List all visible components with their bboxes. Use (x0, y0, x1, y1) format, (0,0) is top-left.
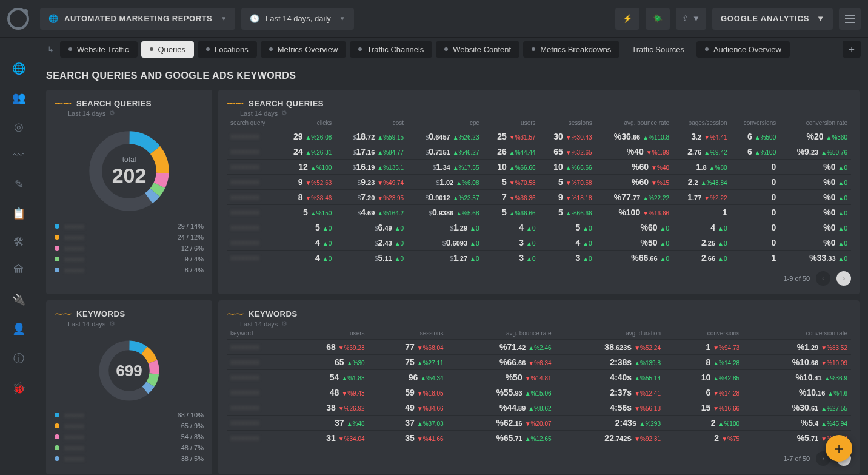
row-label: xxxxxxxx (227, 175, 279, 190)
row-label: xxxxxxxx (227, 235, 279, 251)
table-row: xxxxxxxx5▲0$6.49▲0$1.29▲04▲05▲0%60▲04▲00… (227, 220, 851, 235)
legend-item: xxxxxx29 / 14% (55, 223, 204, 230)
swatch-icon (55, 224, 59, 229)
swatch-icon (55, 246, 59, 251)
legend-item: xxxxxx12 / 6% (55, 244, 204, 252)
bug-button[interactable]: 🪲 (646, 8, 670, 30)
pager-prev-button[interactable]: ‹ (816, 271, 830, 286)
tab-website-traffic[interactable]: Website Traffic (60, 41, 138, 58)
tab-audience-overview[interactable]: Audience Overview (696, 41, 790, 58)
globe-icon[interactable]: 🌐 (12, 62, 25, 75)
row-label: xxxxxxxx (227, 160, 279, 175)
row-label: xxxxxxxx (227, 144, 279, 160)
share-button[interactable]: ⇪▼ (676, 8, 706, 30)
legend-stat: 65 / 9% (181, 422, 204, 430)
clipboard-icon[interactable]: 📋 (12, 207, 25, 220)
col-header: users (289, 328, 368, 340)
pager-next-button[interactable]: › (836, 271, 851, 286)
legend: xxxxxx68 / 10%xxxxxx65 / 9%xxxxxx54 / 8%… (55, 411, 204, 462)
legend-stat: 24 / 12% (178, 234, 204, 241)
card-title: KEYWORDS (249, 309, 298, 318)
gear-icon[interactable]: ⚙ (109, 109, 115, 117)
gear-icon[interactable]: ⚙ (109, 320, 115, 328)
table-row: xxxxxxxx65▲%3075▲%27.11%66.66▼%6.342:38s… (227, 355, 851, 370)
logo-icon (7, 8, 29, 30)
row-label: xxxxxxxx (227, 205, 279, 220)
table-row: xxxxxxxx37▲%4837▲%37.03%62.16▼%20.072:43… (227, 416, 851, 431)
legend-stat: 9 / 4% (185, 255, 204, 263)
clock-icon: 🕓 (250, 14, 259, 23)
search-queries-table: search queryclickscostcpcuserssessionsav… (227, 117, 851, 265)
topbar: 🌐 AUTOMATED MARKETING REPORTS ▼ 🕓 Last 1… (0, 0, 868, 38)
chart-icon[interactable]: 〰 (13, 149, 24, 162)
add-tab-button[interactable]: ＋ (843, 41, 861, 58)
account-icon[interactable]: 👤 (12, 322, 25, 335)
keywords-table: keyworduserssessionsavg. bounce rateavg.… (227, 328, 851, 445)
bug-icon: 🪲 (653, 14, 663, 23)
legend-stat: 38 / 5% (181, 455, 204, 462)
sidebar: 🌐 👥 ◎ 〰 ✎ 📋 🛠 🏛 🔌 👤 ⓘ 🐞 (0, 38, 38, 475)
tab-metrics-breakdowns[interactable]: Metrics Breakdowns (523, 41, 619, 58)
tab-traffic-channels[interactable]: Traffic Channels (350, 41, 432, 58)
col-header: clicks (279, 117, 335, 129)
col-header: conversions (664, 328, 743, 340)
bank-icon[interactable]: 🏛 (13, 264, 24, 277)
col-header: sessions (369, 328, 447, 340)
info-icon[interactable]: ⓘ (13, 351, 24, 366)
legend-item: xxxxxx54 / 8% (55, 433, 204, 440)
swatch-icon (55, 268, 59, 272)
table-row: xxxxxxxx8▼%38.46$7.20▼%23.95$0.9012▲%23.… (227, 190, 851, 205)
card-subtitle: Last 14 days (68, 110, 105, 117)
debug-icon[interactable]: 🐞 (12, 382, 25, 395)
edit-icon[interactable]: ✎ (15, 178, 24, 191)
table-row: xxxxxxxx31▼%34.0435▼%41.66%65.71▲%12.652… (227, 431, 851, 446)
users-icon[interactable]: 👥 (12, 91, 25, 104)
row-label: xxxxxxxx (227, 370, 289, 385)
table-row: xxxxxxxx4▲0$2.43▲0$0.6093▲03▲04▲0%50▲02.… (227, 235, 851, 251)
report-dropdown[interactable]: 🌐 AUTOMATED MARKETING REPORTS ▼ (40, 8, 235, 30)
legend-name: xxxxxx (64, 433, 176, 440)
plan-icon[interactable]: ◎ (14, 120, 24, 133)
col-header: keyword (227, 328, 289, 340)
spark-button[interactable]: ⚡ (615, 8, 639, 30)
menu-button[interactable] (839, 8, 861, 30)
col-header: users (482, 117, 539, 129)
legend-item: xxxxxx24 / 12% (55, 234, 204, 241)
table-row: xxxxxxxx38▼%26.9249▼%34.66%44.89▲%8.624:… (227, 400, 851, 416)
col-header: conversion rate (780, 117, 851, 129)
col-header: search query (227, 117, 279, 129)
swatch-icon (55, 413, 59, 417)
source-dropdown[interactable]: GOOGLE ANALYTICS ▼ (712, 8, 833, 30)
table-row: xxxxxxxx5▲%150$4.69▲%164.2$0.9386▲%5.685… (227, 205, 851, 220)
fab-add-button[interactable]: ＋ (826, 435, 852, 462)
gear-icon[interactable]: ⚙ (281, 109, 287, 117)
tab-traffic-sources[interactable]: Traffic Sources (623, 41, 693, 58)
col-header: avg. bounce rate (596, 117, 673, 129)
tab-metrics-overview[interactable]: Metrics Overview (261, 41, 347, 58)
gear-icon[interactable]: ⚙ (281, 320, 287, 328)
report-label: AUTOMATED MARKETING REPORTS (64, 14, 212, 23)
tab-queries[interactable]: Queries (141, 41, 195, 58)
total-value: 202 (112, 164, 147, 187)
row-label: xxxxxxxx (227, 385, 289, 400)
tab-locations[interactable]: Locations (198, 41, 257, 58)
table-row: xxxxxxxx68▼%69.2377▼%68.04%71.42▲%2.4638… (227, 340, 851, 355)
tabstrip: ↳ Website TrafficQueriesLocationsMetrics… (0, 38, 868, 61)
card-title: KEYWORDS (76, 309, 125, 318)
row-label: xxxxxxxx (227, 251, 279, 266)
daterange-dropdown[interactable]: 🕓 Last 14 days, daily ▼ (241, 8, 354, 30)
tab-label: Audience Overview (713, 45, 781, 54)
source-label: GOOGLE ANALYTICS (721, 14, 809, 23)
legend-item: xxxxxx48 / 7% (55, 444, 204, 451)
sparkline-icon: ⁓⁓ (55, 98, 72, 108)
tool-icon[interactable]: 🛠 (13, 236, 24, 249)
legend-name: xxxxxx (64, 422, 176, 430)
flow-icon: ↳ (47, 45, 54, 54)
tab-website-content[interactable]: Website Content (436, 41, 519, 58)
sparkline-icon: ⁓⁓ (227, 309, 244, 318)
row-label: xxxxxxxx (227, 355, 289, 370)
plug-icon[interactable]: 🔌 (12, 293, 25, 306)
table-row: xxxxxxxx12▲%100$16.19▲%135.1$1.34▲%17.55… (227, 160, 851, 175)
keywords-table-card: ⁓⁓KEYWORDS Last 14 days⚙ keywordusersses… (218, 300, 860, 474)
tab-label: Metrics Overview (278, 45, 338, 54)
